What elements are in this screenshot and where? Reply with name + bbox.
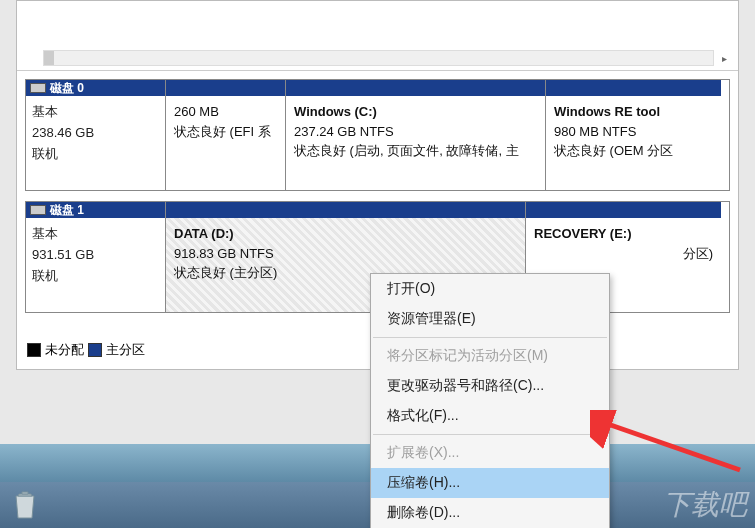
partition-status: 状态良好 (EFI 系 (174, 122, 277, 142)
menu-item-3: 将分区标记为活动分区(M) (371, 341, 609, 371)
menu-item-5[interactable]: 格式化(F)... (371, 401, 609, 431)
menu-item-1[interactable]: 资源管理器(E) (371, 304, 609, 334)
partition-bar (546, 80, 721, 96)
menu-item-9[interactable]: 删除卷(D)... (371, 498, 609, 528)
partition-body: Windows (C:) 237.24 GB NTFS 状态良好 (启动, 页面… (286, 96, 545, 190)
partition-size: 237.24 GB NTFS (294, 122, 537, 142)
disk-info-1[interactable]: 磁盘 1 基本 931.51 GB 联机 (26, 202, 166, 312)
partition-bar (286, 80, 545, 96)
disk-name-0: 磁盘 0 (50, 80, 84, 97)
legend-label-primary: 主分区 (106, 341, 145, 359)
top-panel: ▸ (17, 1, 738, 71)
partition-0-2[interactable]: Windows RE tool 980 MB NTFS 状态良好 (OEM 分区 (546, 80, 721, 190)
partition-title: DATA (D:) (174, 224, 517, 244)
disk-name-1: 磁盘 1 (50, 202, 84, 219)
partition-bar (166, 80, 285, 96)
disk-size: 931.51 GB (32, 245, 159, 266)
legend-swatch-unallocated (27, 343, 41, 357)
disk-icon (30, 205, 46, 215)
legend-label-unallocated: 未分配 (45, 341, 84, 359)
partition-status: 分区) (534, 244, 713, 264)
partition-size: 260 MB (174, 102, 277, 122)
disk-icon (30, 83, 46, 93)
partition-body: Windows RE tool 980 MB NTFS 状态良好 (OEM 分区 (546, 96, 721, 190)
disk-info-0[interactable]: 磁盘 0 基本 238.46 GB 联机 (26, 80, 166, 190)
scrollbar-thumb[interactable] (44, 51, 54, 65)
disk-meta-1: 基本 931.51 GB 联机 (26, 218, 165, 292)
partition-0-1[interactable]: Windows (C:) 237.24 GB NTFS 状态良好 (启动, 页面… (286, 80, 546, 190)
svg-line-1 (602, 422, 740, 470)
partition-bar (166, 202, 525, 218)
recycle-bin-icon[interactable] (8, 484, 42, 522)
disk-type: 基本 (32, 102, 159, 123)
partition-0-0[interactable]: 260 MB 状态良好 (EFI 系 (166, 80, 286, 190)
partition-title: Windows (C:) (294, 102, 537, 122)
menu-item-0[interactable]: 打开(O) (371, 274, 609, 304)
partition-bar (526, 202, 721, 218)
annotation-arrow (590, 410, 750, 480)
partition-status: 状态良好 (启动, 页面文件, 故障转储, 主 (294, 141, 537, 161)
partition-title: RECOVERY (E:) (534, 224, 713, 244)
disk-meta-0: 基本 238.46 GB 联机 (26, 96, 165, 170)
menu-separator (373, 337, 607, 338)
partition-size: 918.83 GB NTFS (174, 244, 517, 264)
menu-item-7: 扩展卷(X)... (371, 438, 609, 468)
disk-header-1: 磁盘 1 (26, 202, 165, 218)
partition-status: 状态良好 (OEM 分区 (554, 141, 713, 161)
partition-body: 260 MB 状态良好 (EFI 系 (166, 96, 285, 190)
disk-type: 基本 (32, 224, 159, 245)
disk-status: 联机 (32, 266, 159, 287)
context-menu: 打开(O)资源管理器(E)将分区标记为活动分区(M)更改驱动器号和路径(C)..… (370, 273, 610, 528)
partition-size: 980 MB NTFS (554, 122, 713, 142)
legend-swatch-primary (88, 343, 102, 357)
disk-size: 238.46 GB (32, 123, 159, 144)
disk-status: 联机 (32, 144, 159, 165)
partition-title: Windows RE tool (554, 102, 713, 122)
menu-item-8[interactable]: 压缩卷(H)... (371, 468, 609, 498)
partitions-0: 260 MB 状态良好 (EFI 系 Windows (C:) 237.24 G… (166, 80, 729, 190)
disk-row-0: 磁盘 0 基本 238.46 GB 联机 260 MB 状态良好 (EFI 系 (25, 79, 730, 191)
menu-item-4[interactable]: 更改驱动器号和路径(C)... (371, 371, 609, 401)
scroll-right-arrow[interactable]: ▸ (715, 51, 733, 67)
menu-separator (373, 434, 607, 435)
horizontal-scrollbar[interactable]: ▸ (43, 50, 714, 66)
disk-header-0: 磁盘 0 (26, 80, 165, 96)
